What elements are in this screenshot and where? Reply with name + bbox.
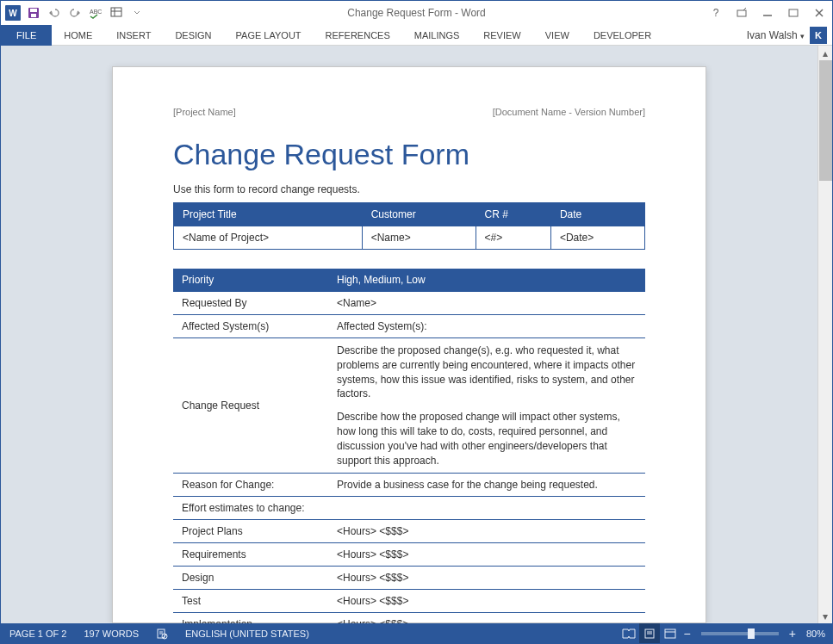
row-value[interactable]: <Hours> <$$$> [328, 543, 645, 567]
row-label[interactable]: Test [173, 590, 328, 613]
table-row: Test<Hours> <$$$> [173, 590, 645, 613]
quick-access-toolbar: W ABC [1, 4, 146, 22]
svg-rect-9 [789, 9, 798, 16]
tab-mailings[interactable]: MAILINGS [402, 25, 472, 46]
zoom-level[interactable]: 80% [799, 629, 832, 639]
document-area: [Project Name] [Document Name - Version … [1, 46, 832, 623]
change-details-table[interactable]: Priority High, Medium, Low Requested By<… [173, 269, 645, 623]
svg-rect-1 [30, 9, 37, 12]
qat-dropdown-icon[interactable] [128, 4, 146, 22]
row-label[interactable]: Design [173, 567, 328, 590]
proofing-icon[interactable] [147, 623, 177, 643]
undo-icon[interactable] [46, 4, 63, 22]
zoom-thumb[interactable] [748, 629, 755, 639]
table-row: Requested By<Name> [173, 292, 645, 315]
table-row: Change Request Describe the proposed cha… [173, 338, 645, 474]
web-layout-icon[interactable] [660, 623, 681, 643]
th-priority[interactable]: Priority [173, 269, 328, 292]
td-date[interactable]: <Date> [550, 226, 644, 250]
row-label[interactable]: Requirements [173, 543, 328, 567]
spelling-icon[interactable]: ABC [87, 4, 104, 22]
tab-home[interactable]: HOME [52, 25, 104, 46]
scroll-down-icon[interactable]: ▾ [818, 609, 832, 623]
tab-developer[interactable]: DEVELOPER [581, 25, 663, 46]
row-label[interactable]: Change Request [173, 338, 328, 474]
header-left[interactable]: [Project Name] [173, 107, 236, 117]
row-label[interactable]: Project Plans [173, 520, 328, 543]
scroll-thumb[interactable] [819, 60, 832, 181]
word-app-icon[interactable]: W [4, 4, 22, 22]
row-value[interactable]: <Hours> <$$$> [328, 590, 645, 613]
tab-review[interactable]: REVIEW [471, 25, 532, 46]
row-label[interactable]: Affected System(s) [173, 315, 328, 338]
para[interactable]: Describe the proposed change(s), e.g. wh… [337, 344, 637, 401]
zoom-slider[interactable] [701, 632, 779, 635]
table-row: Affected System(s)Affected System(s): [173, 315, 645, 338]
row-value[interactable]: Describe the proposed change(s), e.g. wh… [328, 338, 645, 474]
td-project-title[interactable]: <Name of Project> [174, 226, 363, 250]
help-icon[interactable]: ? [703, 1, 729, 25]
page-header: [Project Name] [Document Name - Version … [173, 107, 645, 117]
user-name[interactable]: Ivan Walsh ▾ [747, 29, 805, 41]
language[interactable]: ENGLISH (UNITED STATES) [177, 623, 318, 643]
para[interactable]: Describe how the proposed change will im… [337, 410, 637, 468]
tab-page-layout[interactable]: PAGE LAYOUT [224, 25, 314, 46]
row-value[interactable]: <Name> [328, 292, 645, 315]
intro-text[interactable]: Use this form to record change requests. [173, 183, 645, 195]
table-row: Reason for Change:Provide a business cas… [173, 474, 645, 497]
header-right[interactable]: [Document Name - Version Number] [493, 107, 645, 117]
td-customer[interactable]: <Name> [362, 226, 476, 250]
row-label[interactable]: Implementation [173, 613, 328, 623]
table-icon[interactable] [108, 4, 125, 22]
row-label[interactable]: Requested By [173, 292, 328, 315]
project-info-table[interactable]: Project Title Customer CR # Date <Name o… [173, 202, 645, 250]
row-label[interactable]: Effort estimates to change: [173, 497, 328, 520]
table-row: Implementation<Hours> <$$$> [173, 613, 645, 623]
vertical-scrollbar[interactable]: ▴ ▾ [817, 46, 832, 623]
print-layout-icon[interactable] [639, 623, 660, 643]
row-value[interactable]: <Hours> <$$$> [328, 567, 645, 590]
document-page[interactable]: [Project Name] [Document Name - Version … [112, 66, 706, 623]
zoom-in-icon[interactable]: + [786, 627, 799, 641]
word-count[interactable]: 197 WORDS [75, 623, 147, 643]
zoom-out-icon[interactable]: − [681, 627, 694, 641]
close-icon[interactable] [806, 1, 832, 25]
th-cr[interactable]: CR # [476, 203, 550, 226]
page-counter[interactable]: PAGE 1 OF 2 [1, 623, 75, 643]
tab-references[interactable]: REFERENCES [314, 25, 402, 46]
ribbon-options-icon[interactable] [729, 1, 755, 25]
table-row: Effort estimates to change: [173, 497, 645, 520]
row-value[interactable]: <Hours> <$$$> [328, 613, 645, 623]
svg-rect-20 [665, 629, 675, 638]
document-viewport[interactable]: [Project Name] [Document Name - Version … [1, 46, 817, 623]
th-customer[interactable]: Customer [362, 203, 476, 226]
save-icon[interactable] [25, 4, 42, 22]
th-priority-val[interactable]: High, Medium, Low [328, 269, 645, 292]
maximize-icon[interactable] [780, 1, 806, 25]
row-value[interactable] [328, 497, 645, 520]
tab-design[interactable]: DESIGN [163, 25, 223, 46]
row-value[interactable]: <Hours> <$$$> [328, 520, 645, 543]
file-tab[interactable]: FILE [1, 25, 52, 46]
status-right: − + 80% [619, 623, 832, 643]
user-badge[interactable]: K [810, 27, 827, 44]
table-row: Requirements<Hours> <$$$> [173, 543, 645, 567]
td-cr[interactable]: <#> [476, 226, 550, 250]
window-controls: ? [703, 1, 832, 25]
row-label[interactable]: Reason for Change: [173, 474, 328, 497]
scroll-up-icon[interactable]: ▴ [818, 46, 832, 60]
row-value[interactable]: Affected System(s): [328, 315, 645, 338]
th-project-title[interactable]: Project Title [174, 203, 363, 226]
redo-icon[interactable] [66, 4, 84, 22]
tab-insert[interactable]: INSERT [104, 25, 163, 46]
row-value[interactable]: Provide a business case for the change b… [328, 474, 645, 497]
table-row: Design<Hours> <$$$> [173, 567, 645, 590]
tab-view[interactable]: VIEW [533, 25, 581, 46]
window-title: Change Request Form - Word [347, 7, 486, 19]
read-mode-icon[interactable] [619, 623, 639, 643]
document-title[interactable]: Change Request Form [173, 138, 645, 171]
th-date[interactable]: Date [550, 203, 644, 226]
table-row: Project Plans<Hours> <$$$> [173, 520, 645, 543]
minimize-icon[interactable] [755, 1, 780, 25]
title-bar: W ABC Change Request Form - Word ? [1, 1, 832, 25]
